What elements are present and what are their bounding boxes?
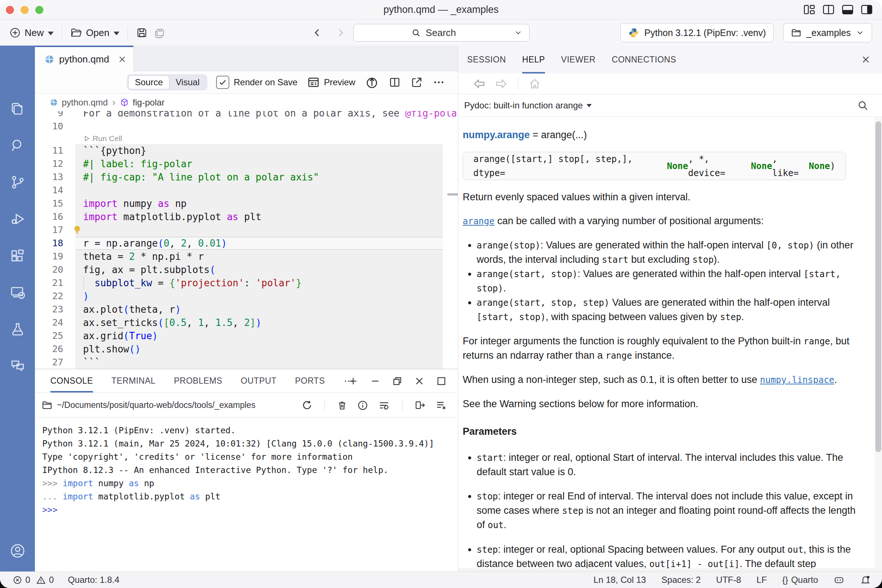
help-back-icon[interactable] bbox=[473, 78, 486, 90]
code-editor[interactable]: 9For a demonstration of a line plot on a… bbox=[35, 111, 458, 369]
editor-scrollbar[interactable] bbox=[447, 193, 458, 195]
breadcrumb-file[interactable]: python.qmd bbox=[62, 98, 108, 108]
code-line-20[interactable]: 20fig, ax = plt.subplots( bbox=[35, 263, 458, 276]
navigate-back-icon[interactable] bbox=[312, 27, 322, 38]
preview-icon[interactable] bbox=[307, 76, 320, 89]
code-line-23[interactable]: 23ax.plot(theta, r) bbox=[35, 303, 458, 316]
line-number: 22 bbox=[35, 290, 63, 303]
secondary-tab-session[interactable]: SESSION bbox=[467, 46, 506, 74]
navigate-forward-icon[interactable] bbox=[335, 27, 346, 38]
activity-extensions-icon[interactable] bbox=[9, 248, 26, 264]
quarto-version-status[interactable]: Quarto: 1.8.4 bbox=[68, 575, 119, 585]
activity-explorer-icon[interactable] bbox=[9, 100, 26, 117]
help-content[interactable]: numpy.arange = arange(...)arange([start,… bbox=[458, 117, 874, 568]
interpreter-selector[interactable]: Python 3.12.1 (PipEnv: .venv) bbox=[620, 23, 774, 42]
code-line-25[interactable]: 25ax.grid(True) bbox=[35, 329, 458, 342]
panel-tab-problems[interactable]: PROBLEMS bbox=[174, 369, 222, 393]
panel-tab-console[interactable]: CONSOLE bbox=[50, 369, 93, 393]
problems-status[interactable]: 0 0 bbox=[12, 575, 54, 585]
panel-tab-output[interactable]: OUTPUT bbox=[241, 369, 277, 393]
console-output[interactable]: Python 3.12.1 (PipEnv: .venv) started.Py… bbox=[35, 418, 458, 572]
activity-account-icon[interactable] bbox=[9, 542, 26, 560]
code-line-16[interactable]: 16import matplotlib.pyplot as plt bbox=[35, 210, 458, 224]
cursor-position-status[interactable]: Ln 18, Col 13 bbox=[594, 575, 646, 585]
language-mode-status[interactable]: {} Quarto bbox=[782, 575, 818, 585]
panel-tab-terminal[interactable]: TERMINAL bbox=[111, 369, 156, 393]
save-button[interactable] bbox=[136, 27, 148, 39]
secondary-tab-viewer[interactable]: VIEWER bbox=[561, 46, 596, 74]
new-button[interactable]: New bbox=[9, 27, 54, 39]
new-console-icon[interactable] bbox=[348, 376, 358, 387]
activity-source-control-icon[interactable] bbox=[9, 174, 26, 191]
encoding-status[interactable]: UTF-8 bbox=[716, 575, 741, 585]
help-scrollbar[interactable] bbox=[874, 117, 882, 568]
chevron-down-icon[interactable] bbox=[514, 28, 523, 37]
close-tab-icon[interactable] bbox=[118, 55, 127, 64]
code-line-27[interactable]: 27``` bbox=[35, 356, 458, 369]
clear-console-icon[interactable] bbox=[337, 400, 348, 411]
split-editor-icon[interactable] bbox=[388, 76, 401, 88]
code-line-11[interactable]: 11```{python} bbox=[35, 144, 458, 157]
restore-panel-icon[interactable] bbox=[392, 376, 403, 387]
code-line-15[interactable]: 15import numpy as np bbox=[35, 197, 458, 210]
run-cell-codelens[interactable]: Run Cell bbox=[83, 133, 122, 144]
split-editor-layout-icon[interactable] bbox=[823, 5, 834, 15]
help-forward-icon[interactable] bbox=[495, 78, 507, 90]
code-line-13[interactable]: 13#| fig-cap: "A line plot on a polar ax… bbox=[35, 171, 458, 184]
code-line-10[interactable]: 10 bbox=[35, 120, 458, 133]
toggle-secondary-sidebar-icon[interactable] bbox=[861, 5, 873, 15]
minimize-panel-icon[interactable] bbox=[370, 376, 381, 387]
close-secondary-panel-icon[interactable] bbox=[861, 46, 871, 74]
console-info-icon[interactable] bbox=[357, 400, 368, 411]
open-button[interactable]: Open bbox=[70, 27, 119, 39]
activity-search-icon[interactable] bbox=[9, 137, 26, 154]
breadcrumb-symbol[interactable]: fig-polar bbox=[133, 98, 165, 108]
function-signature: arange([start,] stop[, step,], dtype=Non… bbox=[463, 152, 846, 180]
render-on-save-checkbox[interactable] bbox=[216, 76, 230, 89]
code-line-12[interactable]: 12#| label: fig-polar bbox=[35, 157, 458, 171]
workspace-selector[interactable]: _examples bbox=[783, 23, 872, 42]
code-line-9[interactable]: 9For a demonstration of a line plot on a… bbox=[35, 111, 458, 120]
panel-tab-ports[interactable]: PORTS bbox=[295, 369, 325, 393]
code-line-14[interactable]: 14 bbox=[35, 184, 458, 197]
indentation-status[interactable]: Spaces: 2 bbox=[662, 575, 701, 585]
word-wrap-icon[interactable] bbox=[378, 399, 390, 412]
maximize-panel-icon[interactable] bbox=[436, 376, 447, 387]
help-search-bar[interactable]: Pydoc: built-in function arange bbox=[458, 94, 882, 117]
move-to-editor-icon[interactable] bbox=[414, 399, 426, 411]
activity-chat-icon[interactable] bbox=[9, 358, 26, 375]
open-external-icon[interactable] bbox=[411, 76, 423, 88]
preview-label[interactable]: Preview bbox=[324, 77, 355, 87]
secondary-tab-connections[interactable]: CONNECTIONS bbox=[612, 46, 676, 74]
restart-console-icon[interactable] bbox=[302, 399, 313, 411]
activity-run-debug-icon[interactable] bbox=[9, 211, 26, 228]
code-line-24[interactable]: 24ax.set_rticks([0.5, 1, 1.5, 2]) bbox=[35, 316, 458, 329]
customize-layout-icon[interactable] bbox=[804, 5, 815, 15]
help-search-icon[interactable] bbox=[857, 100, 869, 111]
secondary-tab-help[interactable]: HELP bbox=[522, 46, 545, 74]
visual-mode-button[interactable]: Visual bbox=[170, 77, 206, 87]
close-panel-icon[interactable] bbox=[414, 376, 425, 387]
search-input[interactable]: Search bbox=[353, 24, 530, 42]
code-line-21[interactable]: 21 subplot_kw = {'projection': 'polar'} bbox=[35, 276, 458, 290]
save-all-button[interactable] bbox=[154, 27, 165, 39]
lightbulb-icon[interactable] bbox=[72, 225, 82, 236]
more-actions-icon[interactable] bbox=[432, 76, 445, 88]
notifications-bell-icon[interactable] bbox=[860, 574, 871, 585]
code-line-22[interactable]: 22) bbox=[35, 290, 458, 303]
tab-python-qmd[interactable]: python.qmd bbox=[35, 46, 134, 71]
code-line-19[interactable]: 19theta = 2 * np.pi * r bbox=[35, 250, 458, 263]
source-visual-toggle[interactable]: Source Visual bbox=[127, 74, 207, 90]
render-document-icon[interactable] bbox=[365, 75, 379, 89]
copilot-status-icon[interactable] bbox=[834, 574, 844, 585]
help-home-icon[interactable] bbox=[528, 78, 541, 90]
code-line-18[interactable]: 18r = np.arange(0, 2, 0.01) bbox=[35, 237, 458, 250]
code-line-17[interactable]: 17 bbox=[35, 224, 458, 237]
code-line-26[interactable]: 26plt.show() bbox=[35, 342, 458, 356]
clear-console-output-icon[interactable] bbox=[435, 399, 447, 411]
eol-status[interactable]: LF bbox=[757, 575, 767, 585]
activity-remote-sessions-icon[interactable] bbox=[9, 284, 26, 301]
activity-testing-icon[interactable] bbox=[9, 321, 26, 338]
toggle-panel-icon[interactable] bbox=[842, 5, 854, 15]
source-mode-button[interactable]: Source bbox=[128, 75, 170, 89]
